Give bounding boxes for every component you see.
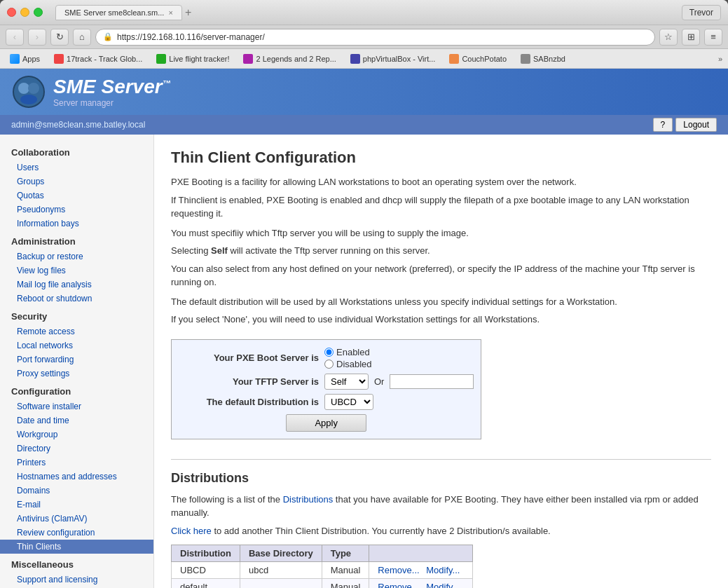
- active-tab[interactable]: SME Server sme8clean.sm... ×: [55, 5, 182, 20]
- sidebar-item-thin-clients[interactable]: Thin Clients: [0, 540, 153, 554]
- pxe-disabled-label: Disabled: [336, 359, 372, 369]
- sabnzbd-icon: [521, 54, 530, 64]
- bookmark-sabnzbd[interactable]: SABnzbd: [516, 53, 570, 65]
- address-input[interactable]: [117, 32, 647, 42]
- reload-button[interactable]: ↻: [50, 29, 69, 46]
- logout-button[interactable]: Logout: [675, 118, 717, 132]
- pxe-disabled-radio[interactable]: [324, 360, 334, 369]
- sidebar-item-antivirus[interactable]: Antivirus (ClamAV): [0, 512, 153, 526]
- row2-remove-link[interactable]: Remove...: [378, 582, 419, 588]
- sidebar-item-reboot[interactable]: Reboot or shutdown: [0, 292, 153, 306]
- sidebar-item-local-networks[interactable]: Local networks: [0, 339, 153, 353]
- sidebar-item-information-bays[interactable]: Information bays: [0, 217, 153, 231]
- desc2: If Thinclient is enabled, PXE Booting is…: [171, 193, 711, 221]
- sidebar-item-pseudonyms[interactable]: Pseudonyms: [0, 203, 153, 217]
- sidebar-item-port-forwarding[interactable]: Port forwarding: [0, 353, 153, 367]
- row2-modify-link[interactable]: Modify...: [426, 582, 460, 588]
- main-content: Thin Client Configuration PXE Booting is…: [154, 135, 728, 588]
- sidebar-item-users[interactable]: Users: [0, 160, 153, 175]
- sidebar-item-review-config[interactable]: Review configuration: [0, 526, 153, 540]
- apply-button[interactable]: Apply: [286, 414, 366, 432]
- minimize-button[interactable]: [20, 8, 29, 17]
- sidebar-item-printers[interactable]: Printers: [0, 456, 153, 470]
- sidebar-item-groups[interactable]: Groups: [0, 175, 153, 189]
- sme-logo-text: SME Server™: [53, 76, 171, 97]
- desc7: If you select 'None', you will need to u…: [171, 313, 711, 327]
- bookmark-flight[interactable]: Live flight tracker!: [152, 53, 233, 65]
- admin-email: admin@sme8clean.sme.batley.local: [11, 120, 145, 130]
- sidebar-item-domains[interactable]: Domains: [0, 484, 153, 498]
- bookmarks-bar: Apps 17track - Track Glob... Live flight…: [0, 49, 728, 69]
- new-tab-button[interactable]: +: [185, 6, 191, 19]
- or-text: Or: [374, 376, 384, 387]
- forward-button[interactable]: ›: [28, 29, 46, 46]
- sidebar-item-backup[interactable]: Backup or restore: [0, 249, 153, 264]
- maximize-button[interactable]: [34, 8, 43, 17]
- page-title: Thin Client Configuration: [171, 149, 711, 167]
- lock-icon: 🔒: [103, 32, 113, 41]
- bookmark-17track[interactable]: 17track - Track Glob...: [50, 53, 146, 65]
- bookmark-legends-label: 2 Legends and 2 Rep...: [256, 55, 336, 63]
- sidebar-item-logs[interactable]: View log files: [0, 264, 153, 278]
- sidebar-item-support[interactable]: Support and licensing: [0, 573, 153, 587]
- close-button[interactable]: [7, 8, 16, 17]
- back-button[interactable]: ‹: [6, 29, 24, 46]
- sidebar-item-directory[interactable]: Directory: [0, 442, 153, 456]
- tab-close-icon[interactable]: ×: [168, 8, 172, 17]
- row1-base-directory: ubcd: [240, 562, 322, 579]
- pxe-radio-group: Enabled Disabled: [324, 347, 372, 369]
- distributions-table: Distribution Base Directory Type UBCD ub…: [171, 545, 473, 588]
- distributions-link[interactable]: Distributions: [283, 494, 334, 505]
- svg-point-3: [20, 95, 37, 104]
- bookmark-couch[interactable]: CouchPotato: [445, 53, 511, 65]
- row1-remove-link[interactable]: Remove...: [378, 565, 419, 575]
- sidebar-item-quotas[interactable]: Quotas: [0, 189, 153, 203]
- sidebar-item-date-time[interactable]: Date and time: [0, 413, 153, 428]
- pxe-enabled-label: Enabled: [336, 347, 370, 357]
- star-icon[interactable]: ☆: [659, 29, 678, 46]
- pxe-enabled-radio[interactable]: [324, 348, 334, 357]
- sidebar-item-workgroup[interactable]: Workgroup: [0, 428, 153, 442]
- distributions-desc: The following is a list of the Distribut…: [171, 493, 711, 520]
- table-row: UBCD ubcd Manual Remove... Modify...: [172, 562, 473, 579]
- row1-type: Manual: [322, 562, 369, 579]
- more-bookmarks-button[interactable]: »: [718, 55, 722, 63]
- legends-icon: [243, 54, 253, 64]
- sidebar-item-software-installer[interactable]: Software installer: [0, 399, 153, 413]
- col-type: Type: [322, 545, 369, 562]
- sidebar-item-proxy-settings[interactable]: Proxy settings: [0, 367, 153, 381]
- click-here-link[interactable]: Click here: [171, 526, 212, 536]
- sidebar-section-administration: Administration: [0, 231, 153, 249]
- sidebar-item-remote-access[interactable]: Remote access: [0, 324, 153, 339]
- col-actions: [369, 545, 473, 562]
- tab-bar: SME Server sme8clean.sm... × +: [55, 5, 669, 20]
- col-distribution: Distribution: [172, 545, 240, 562]
- tab-title: SME Server sme8clean.sm...: [64, 8, 164, 17]
- row1-modify-link[interactable]: Modify...: [426, 565, 460, 575]
- bookmark-phpvb[interactable]: phpVirtualBox - Virt...: [346, 53, 440, 65]
- sidebar: Collaboration Users Groups Quotas Pseudo…: [0, 135, 154, 588]
- menu-button[interactable]: ≡: [704, 29, 722, 46]
- bookmark-legends[interactable]: 2 Legends and 2 Rep...: [239, 53, 340, 65]
- pxe-label: Your PXE Boot Server is: [179, 353, 319, 363]
- extensions-icon[interactable]: ⊞: [682, 29, 700, 46]
- bookmark-apps[interactable]: Apps: [6, 53, 44, 65]
- sidebar-item-mail-log[interactable]: Mail log file analysis: [0, 278, 153, 292]
- row2-base-directory: [240, 579, 322, 589]
- thin-client-form: Your PXE Boot Server is Enabled Disabled: [171, 339, 481, 439]
- tftp-other-input[interactable]: [390, 374, 474, 389]
- home-button[interactable]: ⌂: [73, 29, 91, 46]
- bookmark-17track-label: 17track - Track Glob...: [67, 55, 142, 63]
- desc1: PXE Booting is a facility for allowing L…: [171, 175, 711, 189]
- sidebar-item-hostnames[interactable]: Hostnames and addresses: [0, 470, 153, 484]
- dist-row: The default Distribution is UBCD default…: [179, 394, 474, 410]
- col-base-directory: Base Directory: [240, 545, 322, 562]
- sidebar-item-email[interactable]: E-mail: [0, 498, 153, 512]
- desc5: You can also select from any host define…: [171, 262, 711, 289]
- pxe-enabled-option: Enabled: [324, 347, 372, 357]
- bookmark-couch-label: CouchPotato: [462, 55, 507, 63]
- help-button[interactable]: ?: [653, 118, 673, 132]
- tftp-select[interactable]: Self Other: [324, 374, 369, 390]
- pxe-row: Your PXE Boot Server is Enabled Disabled: [179, 347, 474, 369]
- dist-select[interactable]: UBCD default None: [324, 394, 373, 410]
